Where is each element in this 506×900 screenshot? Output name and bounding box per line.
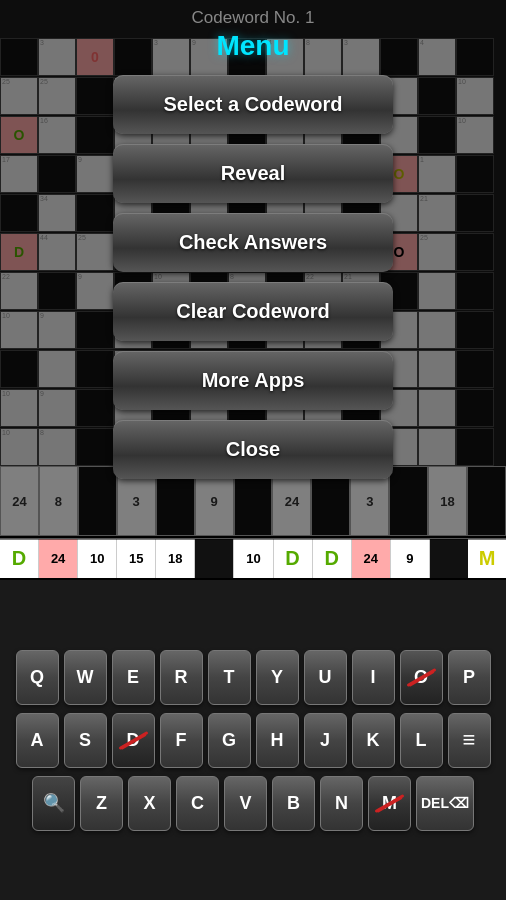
key-F[interactable]: F	[160, 713, 203, 768]
key-menu[interactable]: ≡	[448, 713, 491, 768]
keyboard: Q W E R T Y U I O P A S D F G H J K L ≡ …	[0, 580, 506, 900]
page-title: Codeword No. 1	[0, 8, 506, 28]
keyboard-row-1: Q W E R T Y U I O P	[16, 650, 491, 705]
keyboard-row-3: 🔍 Z X C V B N M DEL⌫	[32, 776, 474, 831]
key-E[interactable]: E	[112, 650, 155, 705]
more-apps-button[interactable]: More Apps	[113, 351, 393, 410]
key-B[interactable]: B	[272, 776, 315, 831]
key-W[interactable]: W	[64, 650, 107, 705]
select-codeword-button[interactable]: Select a Codeword	[113, 75, 393, 134]
key-Z[interactable]: Z	[80, 776, 123, 831]
key-Q[interactable]: Q	[16, 650, 59, 705]
key-D[interactable]: D	[112, 713, 155, 768]
key-J[interactable]: J	[304, 713, 347, 768]
key-O[interactable]: O	[400, 650, 443, 705]
key-U[interactable]: U	[304, 650, 347, 705]
key-G[interactable]: G	[208, 713, 251, 768]
key-R[interactable]: R	[160, 650, 203, 705]
clear-codeword-button[interactable]: Clear Codeword	[113, 282, 393, 341]
reveal-button[interactable]: Reveal	[113, 144, 393, 203]
key-delete[interactable]: DEL⌫	[416, 776, 474, 831]
key-M[interactable]: M	[368, 776, 411, 831]
menu-title: Menu	[216, 30, 289, 62]
key-Y[interactable]: Y	[256, 650, 299, 705]
menu-overlay: Menu Select a Codeword Reveal Check Answ…	[0, 0, 506, 540]
key-zoom[interactable]: 🔍	[32, 776, 75, 831]
key-C[interactable]: C	[176, 776, 219, 831]
key-S[interactable]: S	[64, 713, 107, 768]
key-I[interactable]: I	[352, 650, 395, 705]
key-N[interactable]: N	[320, 776, 363, 831]
key-L[interactable]: L	[400, 713, 443, 768]
letter-number-row: D 24 10 15 18 10 D D 24 9 M	[0, 538, 506, 578]
keyboard-row-2: A S D F G H J K L ≡	[16, 713, 491, 768]
check-answers-button[interactable]: Check Answers	[113, 213, 393, 272]
key-T[interactable]: T	[208, 650, 251, 705]
key-H[interactable]: H	[256, 713, 299, 768]
key-P[interactable]: P	[448, 650, 491, 705]
key-K[interactable]: K	[352, 713, 395, 768]
close-button[interactable]: Close	[113, 420, 393, 479]
key-A[interactable]: A	[16, 713, 59, 768]
key-V[interactable]: V	[224, 776, 267, 831]
key-X[interactable]: X	[128, 776, 171, 831]
